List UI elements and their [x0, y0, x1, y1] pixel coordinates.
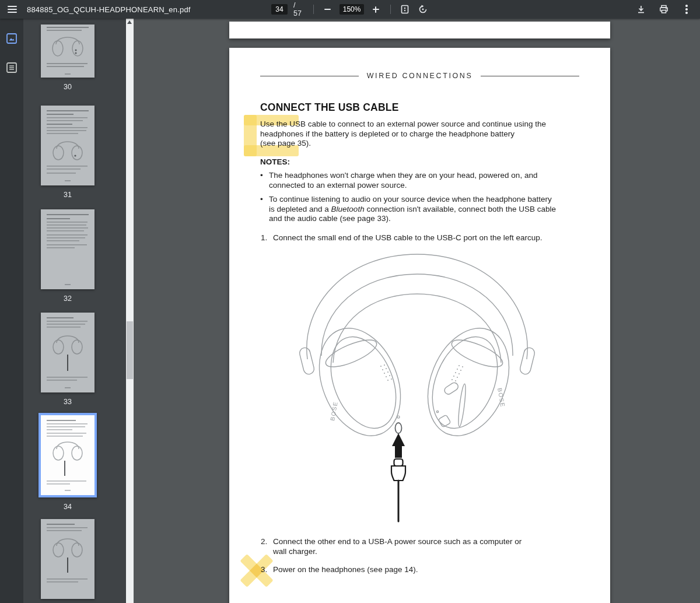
- bullet-text: The headphones won't charge when they ar…: [269, 171, 537, 190]
- toolbar-right: [429, 3, 700, 16]
- step-line: wall charger.: [273, 547, 522, 557]
- step-number: 3.: [261, 565, 273, 575]
- section-title: WIRED CONNECTIONS: [367, 72, 473, 80]
- kebab-menu-icon: [685, 5, 688, 14]
- thumbnail-page-35[interactable]: [41, 519, 94, 599]
- bullet-line: is depleted and a Bluetooth connection i…: [269, 205, 556, 215]
- hamburger-icon: [8, 6, 17, 13]
- scrollbar-up-arrow-icon[interactable]: [127, 20, 132, 24]
- menu-icon[interactable]: [6, 3, 19, 16]
- download-button[interactable]: [635, 3, 648, 16]
- step-text: Connect the small end of the USB cable t…: [273, 233, 542, 243]
- plus-icon: [373, 6, 379, 13]
- thumbnail-page-label: 31: [41, 191, 94, 199]
- rotate-icon: [418, 5, 428, 14]
- thumbnail-page-label: 30: [41, 83, 94, 91]
- step-2: 2. Connect the other end to a USB-A powe…: [261, 537, 522, 556]
- bullet-icon: •: [260, 195, 269, 224]
- thumbnail-page-30[interactable]: 30: [41, 24, 94, 91]
- thumbnail-page-31[interactable]: 31: [41, 106, 94, 199]
- download-icon: [636, 5, 646, 14]
- sidebar-scrollbar[interactable]: [126, 19, 134, 603]
- step-3: 3. Power on the headphones (see page 14)…: [261, 565, 418, 575]
- thumbnail-page-33[interactable]: 33: [41, 313, 94, 406]
- usb-plug: [391, 459, 405, 481]
- bullet-line: connected to an external power source.: [269, 181, 537, 191]
- step-text: Power on the headphones (see page 14).: [273, 565, 418, 575]
- step-number: 1.: [261, 233, 273, 243]
- toolbar-center: / 57 150%: [271, 1, 429, 17]
- thumbnail-panel: 30: [23, 19, 126, 603]
- rotate-button[interactable]: [416, 3, 429, 16]
- left-mic-vents: [380, 364, 392, 381]
- print-button[interactable]: [657, 3, 670, 16]
- right-earcup: [413, 316, 524, 448]
- intro-paragraph: Use the USB cable to connect to an exter…: [260, 120, 546, 149]
- thumbnail-preview: [41, 209, 94, 289]
- thumbnails-view-icon: [6, 33, 18, 44]
- step-1: 1. Connect the small end of the USB cabl…: [261, 233, 542, 243]
- section-header: WIRED CONNECTIONS: [260, 72, 579, 80]
- thumbnail-preview: [41, 313, 94, 392]
- page-title: CONNECT THE USB CABLE: [260, 101, 399, 114]
- zoom-out-button[interactable]: [322, 3, 334, 16]
- thumbnails-view-button[interactable]: [0, 27, 23, 50]
- section-rule-left: [260, 76, 359, 76]
- bullet-line: The headphones won't charge when they ar…: [269, 171, 537, 181]
- notes-label: NOTES:: [260, 157, 290, 166]
- pdf-viewer-window: 884885_OG_QCUH-HEADPHONEARN_en.pdf / 57 …: [0, 0, 700, 603]
- bullet-text-segment: connection isn't available, connect both…: [365, 205, 556, 213]
- bluetooth-word: Bluetooth: [331, 205, 365, 213]
- pdf-page-34: WIRED CONNECTIONS CONNECT THE USB CABLE …: [229, 48, 610, 603]
- fit-to-page-icon: [400, 5, 410, 14]
- step-number: 2.: [261, 537, 273, 556]
- sidebar-rail: [0, 19, 23, 603]
- headphones-illustration: BOSE: [295, 251, 540, 525]
- thumbnail-preview: [41, 24, 94, 78]
- zoom-in-button[interactable]: [370, 3, 382, 16]
- document-viewport[interactable]: WIRED CONNECTIONS CONNECT THE USB CABLE …: [134, 19, 700, 603]
- zoom-level-value: 150%: [340, 4, 364, 15]
- bose-logo-left: BOSE: [329, 401, 339, 421]
- headband: [299, 254, 536, 375]
- status-led: [397, 416, 400, 418]
- section-rule-right: [481, 76, 579, 76]
- right-mic-vents: [452, 365, 463, 381]
- bullet-text: To continue listening to audio on your s…: [269, 195, 556, 224]
- paragraph-line: (see page 35).: [260, 139, 546, 149]
- toolbar-left: 884885_OG_QCUH-HEADPHONEARN_en.pdf: [0, 3, 271, 16]
- fit-to-page-button[interactable]: [399, 3, 411, 16]
- scrollbar-thumb[interactable]: [127, 321, 133, 379]
- step-line: Connect the other end to a USB-A power s…: [273, 537, 522, 547]
- more-options-button[interactable]: [680, 3, 693, 16]
- bullet-icon: •: [260, 171, 269, 190]
- page-number-input[interactable]: [271, 4, 288, 15]
- thumbnail-page-34-selected[interactable]: 34: [41, 413, 94, 511]
- thumbnail-page-label: 33: [41, 398, 94, 406]
- step-line: Power on the headphones (see page 14).: [273, 565, 418, 575]
- pdf-toolbar: 884885_OG_QCUH-HEADPHONEARN_en.pdf / 57 …: [0, 0, 700, 19]
- thumbnail-page-label: 32: [41, 295, 94, 303]
- bullet-line: To continue listening to audio on your s…: [269, 195, 556, 205]
- document-outline-icon: [6, 62, 18, 73]
- minus-icon: [324, 9, 331, 10]
- step-text: Connect the other end to a USB-A power s…: [273, 537, 522, 556]
- toolbar-divider: [390, 5, 391, 14]
- bullet-text-segment: is depleted and a: [269, 205, 331, 213]
- toolbar-divider: [313, 5, 314, 14]
- note-bullet-2: • To continue listening to audio on your…: [260, 195, 556, 224]
- bullet-line: and the audio cable (see page 33).: [269, 214, 556, 224]
- print-icon: [659, 5, 668, 14]
- paragraph-line: headphones if the battery is depleted or…: [260, 129, 546, 139]
- paragraph-line: Use the USB cable to connect to an exter…: [260, 120, 546, 129]
- step-line: Connect the small end of the USB cable t…: [273, 233, 542, 243]
- thumbnail-page-32[interactable]: 32: [41, 209, 94, 303]
- thumbnail-preview: [41, 519, 94, 599]
- thumbnail-preview: [38, 413, 97, 497]
- previous-page-bottom-edge: [229, 22, 610, 38]
- usb-arrow-icon: [392, 433, 405, 458]
- document-title: 884885_OG_QCUH-HEADPHONEARN_en.pdf: [27, 5, 191, 14]
- outline-view-button[interactable]: [0, 56, 23, 79]
- usb-c-port: [396, 423, 402, 433]
- thumbnail-page-label: 34: [41, 503, 94, 511]
